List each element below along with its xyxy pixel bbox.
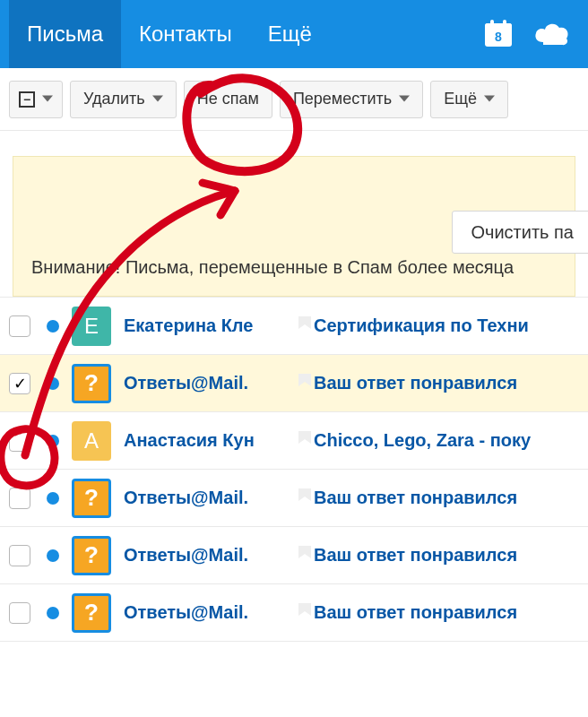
avatar: ? [72,536,111,575]
from-label: Ответы@Mail. [124,545,296,566]
from-label: Ответы@Mail. [124,602,296,623]
delete-button[interactable]: Удалить [70,81,177,118]
mail-row[interactable]: ?Ответы@Mail.Ваш ответ понравился [0,527,588,584]
move-label: Переместить [293,90,392,108]
row-checkbox[interactable] [9,315,30,337]
nav-contacts[interactable]: Контакты [121,0,250,68]
top-nav: Письма Контакты Ещё 8 [0,0,588,68]
minus-square-icon: − [19,91,35,108]
svg-rect-3 [503,20,506,27]
select-all-toggle[interactable]: − [9,81,63,118]
bookmark-icon[interactable] [296,374,314,393]
svg-rect-1 [485,23,512,30]
avatar: ? [72,593,111,633]
toolbar-more-label: Ещё [444,90,477,108]
subject-label: Chicco, Lego, Zara - поку [314,430,583,451]
not-spam-label: Не спам [197,90,259,108]
mail-row[interactable]: ЕЕкатерина КлеСертификация по Техни [0,298,588,355]
notice-wrap: Очистить па Внимание! Письма, перемещенн… [0,131,588,297]
mail-row[interactable]: ?Ответы@Mail.Ваш ответ понравился [0,470,588,527]
bookmark-icon[interactable] [296,546,314,566]
from-label: Анастасия Кун [124,430,296,451]
unread-dot [47,435,59,447]
subject-label: Ваш ответ понравился [314,488,583,508]
avatar: Е [72,307,111,346]
svg-rect-2 [490,20,494,27]
nav-mail[interactable]: Письма [9,0,121,68]
chevron-down-icon [484,90,495,108]
clear-folder-button[interactable]: Очистить па [452,211,588,254]
row-checkbox[interactable] [9,602,30,624]
subject-label: Ваш ответ понравился [314,545,583,566]
notice-text: Внимание! Письма, перемещенные в Спам бо… [31,257,557,278]
bookmark-icon[interactable] [296,488,314,508]
chevron-down-icon [152,90,163,108]
from-label: Ответы@Mail. [124,488,296,508]
mail-row[interactable]: ААнастасия КунChicco, Lego, Zara - поку [0,412,588,470]
from-label: Екатерина Кле [124,315,296,336]
avatar: ? [72,479,111,518]
svg-text:8: 8 [495,30,502,44]
move-button[interactable]: Переместить [280,81,423,118]
row-checkbox[interactable] [9,430,30,452]
unread-dot [47,549,59,562]
subject-label: Ваш ответ понравился [314,373,583,393]
unread-dot [47,607,59,619]
bookmark-icon[interactable] [296,316,314,336]
unread-dot [47,377,59,390]
subject-label: Ваш ответ понравился [314,602,583,623]
nav-more[interactable]: Ещё [250,0,330,68]
cloud-icon[interactable] [525,0,579,68]
mail-row[interactable]: ?Ответы@Mail.Ваш ответ понравился [0,355,588,412]
mail-list: ЕЕкатерина КлеСертификация по Техни?Отве… [0,297,588,642]
chevron-down-icon [42,90,53,108]
calendar-icon[interactable]: 8 [471,0,525,68]
row-checkbox[interactable] [9,488,30,509]
bookmark-icon[interactable] [296,603,314,623]
from-label: Ответы@Mail. [124,373,296,393]
toolbar: − Удалить Не спам Переместить Ещё [0,68,588,131]
chevron-down-icon [399,90,410,108]
row-checkbox[interactable] [9,545,30,566]
unread-dot [47,492,59,505]
avatar: ? [72,364,111,403]
subject-label: Сертификация по Техни [314,315,583,336]
delete-label: Удалить [83,90,145,108]
unread-dot [47,320,59,333]
bookmark-icon[interactable] [296,431,314,451]
avatar: А [72,421,111,461]
not-spam-button[interactable]: Не спам [184,81,272,118]
toolbar-more-button[interactable]: Ещё [430,81,508,118]
row-checkbox[interactable] [9,373,30,394]
mail-row[interactable]: ?Ответы@Mail.Ваш ответ понравился [0,584,588,642]
spam-notice: Очистить па Внимание! Письма, перемещенн… [13,156,575,297]
